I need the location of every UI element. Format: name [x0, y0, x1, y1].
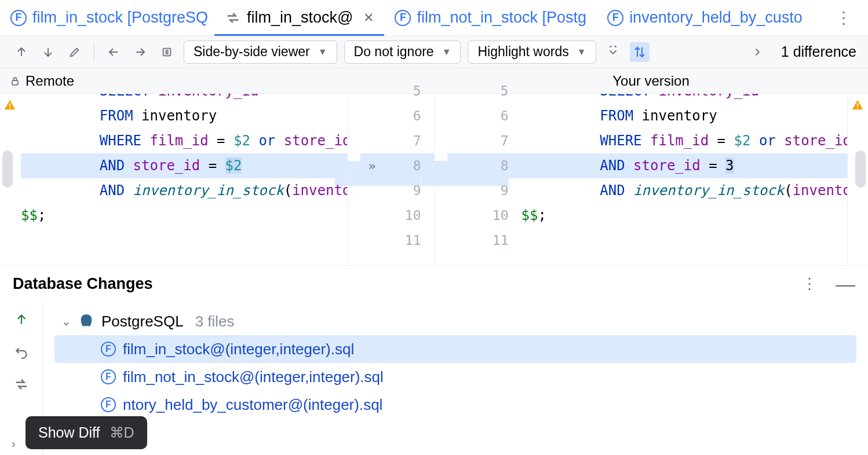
scroll-thumb[interactable] [2, 151, 13, 188]
highlight-mode-dropdown[interactable]: Highlight words ▼ [468, 41, 596, 64]
line-number: 10 [405, 203, 421, 228]
dropdown-label: Do not ignore [354, 44, 434, 60]
changes-tree: ⌄ PostgreSQL 3 files Ffilm_in_stock@(int… [43, 302, 868, 455]
panel-title: Database Changes [13, 275, 153, 293]
dropdown-label: Side-by-side viewer [194, 44, 310, 60]
dropdown-label: Highlight words [477, 44, 568, 60]
line-number: 6 [413, 104, 421, 129]
collapse-unchanged-button[interactable] [603, 42, 623, 62]
code-line: AND store_id = 3 [521, 153, 848, 178]
panel-title: Remote [25, 73, 74, 89]
code-line: AND inventory_in_stock(inventor [21, 178, 347, 203]
diff-pane-left[interactable]: SELECT inventory_id FROM inventory WHERE… [21, 94, 348, 265]
svg-rect-3 [9, 108, 10, 109]
tab-label: film_in_stock@ [247, 9, 353, 27]
left-gutter [0, 94, 21, 265]
tab-film-not-in-stock[interactable]: F film_not_in_stock [Postg [384, 0, 597, 36]
code-line: $$; [521, 203, 848, 228]
editor-tabs: F film_in_stock [PostgreSQ film_in_stock… [0, 0, 868, 36]
viewer-mode-dropdown[interactable]: Side-by-side viewer ▼ [184, 41, 337, 64]
commit-button[interactable] [12, 310, 31, 329]
panel-title: Your version [612, 73, 690, 89]
panel-minimize-button[interactable]: — [836, 273, 855, 295]
line-number: 9 [413, 178, 421, 203]
code-line: AND store_id = $2 [21, 153, 347, 178]
expand-button[interactable] [747, 42, 767, 62]
function-icon: F [101, 342, 116, 357]
code-line [521, 228, 848, 253]
function-icon: F [395, 10, 411, 26]
chevron-down-icon: ⌄ [61, 314, 71, 328]
line-number: 7 [413, 129, 421, 153]
toggle-whitespace-button[interactable] [157, 42, 177, 62]
svg-rect-2 [9, 103, 10, 107]
function-icon: F [10, 10, 27, 26]
warning-icon [2, 98, 17, 111]
code-line: SELECT inventory_id [21, 94, 347, 104]
left-panel-header: Remote [0, 68, 434, 93]
scroll-thumb[interactable] [855, 151, 866, 188]
tooltip-show-diff: Show Diff ⌘D [25, 416, 147, 449]
svg-rect-4 [857, 103, 858, 107]
ignore-mode-dropdown[interactable]: Do not ignore ▼ [344, 41, 461, 64]
rollback-button[interactable] [12, 342, 31, 362]
panel-menu-button[interactable]: ⋮ [802, 275, 818, 293]
right-panel-header: Your version [434, 68, 868, 93]
svg-rect-5 [857, 108, 858, 109]
tree-group-postgresql[interactable]: ⌄ PostgreSQL 3 files [54, 307, 856, 335]
line-number: 6 [501, 104, 509, 129]
sync-scroll-button[interactable] [630, 42, 650, 62]
tab-label: film_not_in_stock [Postg [417, 9, 586, 27]
tree-file-item[interactable]: Ffilm_in_stock@(integer,integer).sql [54, 335, 856, 363]
code-line: WHERE film_id = $2 or store_id = [521, 129, 848, 153]
diff-pane-right[interactable]: SELECT inventory_id FROM inventory WHERE… [521, 94, 848, 265]
close-icon[interactable]: ✕ [363, 10, 374, 25]
tree-file-item[interactable]: Ffilm_not_in_stock@(integer,integer).sql [54, 363, 856, 391]
tab-label: film_in_stock [PostgreSQ [32, 9, 208, 27]
line-number: 7 [501, 129, 509, 153]
tab-film-in-stock-pg[interactable]: F film_in_stock [PostgreSQ [0, 0, 214, 36]
line-numbers-right: 567891011 [435, 94, 521, 265]
breadcrumb-chevron-icon: › [12, 437, 16, 450]
panel-header: Database Changes ⋮ — [0, 266, 868, 302]
edit-button[interactable] [65, 42, 85, 62]
diff-editor: SELECT inventory_id FROM inventory WHERE… [0, 94, 868, 265]
file-name: ntory_held_by_customer@(integer).sql [123, 396, 382, 414]
right-gutter [847, 94, 868, 265]
nav-forward-button[interactable] [130, 42, 150, 62]
group-count: 3 files [195, 313, 235, 331]
tree-file-item[interactable]: Fntory_held_by_customer@(integer).sql [54, 391, 856, 419]
line-number: 11 [493, 228, 509, 253]
diff-toolbar: Side-by-side viewer ▼ Do not ignore ▼ Hi… [0, 36, 868, 68]
tabs-overflow-menu[interactable]: ⋮ [820, 8, 868, 27]
function-icon: F [101, 397, 116, 412]
function-icon: F [607, 10, 623, 26]
next-diff-button[interactable] [38, 42, 58, 62]
diff-panel-headers: Remote Your version [0, 68, 868, 94]
tab-film-in-stock-diff[interactable]: film_in_stock@ ✕ [214, 0, 384, 36]
line-number: 11 [405, 228, 421, 253]
nav-back-button[interactable] [104, 42, 123, 62]
code-line: WHERE film_id = $2 or store_id [21, 129, 347, 153]
tab-label: inventory_held_by_custo [629, 9, 803, 27]
file-name: film_in_stock@(integer,integer).sql [123, 340, 354, 358]
code-line: SELECT inventory_id [521, 94, 848, 104]
apply-change-icon[interactable]: » [369, 153, 376, 178]
lock-icon [9, 75, 21, 87]
file-name: film_not_in_stock@(integer,integer).sql [123, 368, 384, 386]
group-label: PostgreSQL [101, 313, 184, 331]
function-icon: F [101, 369, 116, 384]
chevron-down-icon: ▼ [577, 47, 586, 57]
code-line [21, 228, 347, 253]
code-line: FROM inventory [21, 104, 347, 129]
tooltip-shortcut: ⌘D [110, 424, 134, 441]
code-line: $$; [21, 203, 347, 228]
tab-inventory-held[interactable]: F inventory_held_by_custo [597, 0, 811, 36]
code-line: AND inventory_in_stock(inventory_ [521, 178, 848, 203]
code-line: FROM inventory [521, 104, 848, 129]
prev-diff-button[interactable] [12, 42, 31, 62]
postgresql-icon [78, 313, 94, 329]
show-diff-button[interactable] [12, 375, 31, 394]
toolbar-separator [94, 43, 94, 61]
line-number: 10 [493, 203, 509, 228]
